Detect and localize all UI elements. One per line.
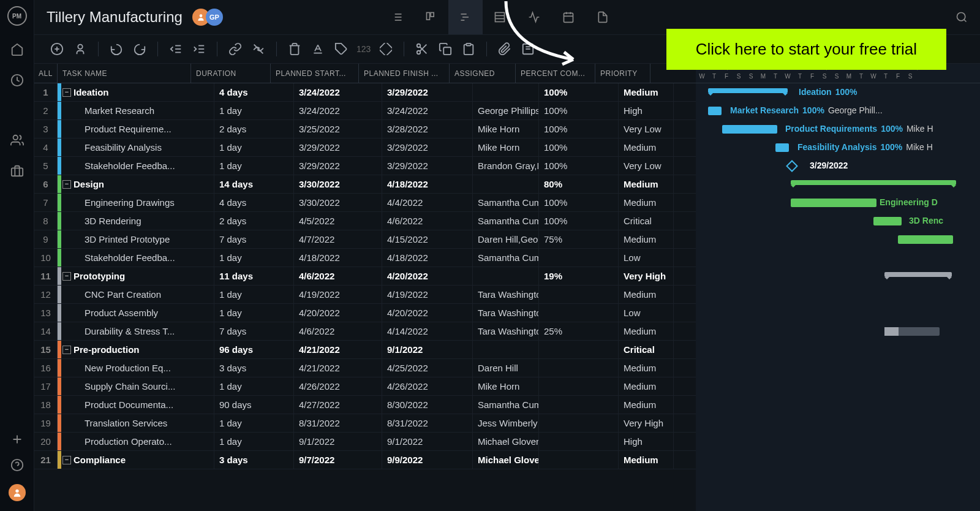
priority-cell[interactable]: Low [619, 249, 674, 267]
percent-cell[interactable]: 100% [539, 194, 619, 211]
tab-board[interactable] [414, 0, 448, 34]
priority-cell[interactable]: Critical [619, 212, 674, 230]
task-name-cell[interactable]: Supply Chain Sourci... [61, 377, 214, 395]
text-format-icon[interactable] [307, 39, 328, 59]
gantt-row[interactable] [696, 249, 980, 267]
task-row[interactable]: 11−Prototyping11 days4/6/20224/20/202219… [34, 267, 696, 286]
task-name-cell[interactable]: Product Assembly [61, 304, 214, 322]
task-name-cell[interactable]: New Production Eq... [61, 359, 214, 377]
gantt-row[interactable] [696, 267, 980, 286]
duration-cell[interactable]: 4 days [214, 83, 294, 101]
task-row[interactable]: 1−Ideation4 days3/24/20223/29/2022100%Me… [34, 83, 696, 102]
task-name-cell[interactable]: −Design [61, 175, 214, 193]
task-row[interactable]: 18Product Documenta...90 days4/27/20228/… [34, 396, 696, 414]
finish-cell[interactable]: 4/20/2022 [382, 304, 473, 322]
gantt-chart[interactable]: , 20 '22MAR, 27 '22APR, 3 '22 WTFSSMTWTF… [696, 64, 980, 511]
assigned-cell[interactable]: Tara Washingto [473, 286, 539, 303]
finish-cell[interactable]: 4/26/2022 [382, 377, 473, 395]
duration-cell[interactable]: 1 day [214, 433, 294, 450]
finish-cell[interactable]: 8/30/2022 [382, 396, 473, 414]
gantt-row[interactable] [696, 341, 980, 359]
cut-icon[interactable] [412, 39, 432, 59]
collapse-icon[interactable]: − [62, 272, 71, 281]
start-cell[interactable]: 8/31/2022 [294, 414, 382, 432]
gantt-row[interactable] [696, 286, 980, 304]
assigned-cell[interactable] [473, 175, 539, 193]
duration-cell[interactable]: 4 days [214, 194, 294, 211]
finish-cell[interactable]: 4/6/2022 [382, 212, 473, 230]
duration-cell[interactable]: 1 day [214, 377, 294, 395]
start-cell[interactable]: 9/7/2022 [294, 451, 382, 469]
duration-cell[interactable]: 1 day [214, 249, 294, 267]
paste-icon[interactable] [458, 39, 479, 59]
start-cell[interactable]: 3/24/2022 [294, 83, 382, 101]
priority-cell[interactable]: Critical [619, 341, 674, 358]
percent-cell[interactable]: 19% [539, 267, 619, 285]
start-cell[interactable]: 3/30/2022 [294, 175, 382, 193]
task-name-cell[interactable]: CNC Part Creation [61, 286, 214, 303]
tab-gantt[interactable] [448, 0, 483, 34]
duration-cell[interactable]: 14 days [214, 175, 294, 193]
user-avatar[interactable] [9, 484, 26, 501]
start-cell[interactable]: 4/5/2022 [294, 212, 382, 230]
priority-cell[interactable]: Very High [619, 267, 674, 285]
assigned-cell[interactable]: Mike Horn [473, 120, 539, 138]
task-row[interactable]: 19Translation Services1 day8/31/20228/31… [34, 414, 696, 433]
assigned-cell[interactable]: Michael Glover [473, 433, 539, 450]
task-name-cell[interactable]: −Prototyping [61, 267, 214, 285]
gantt-row[interactable]: 3D Renc [696, 212, 980, 230]
task-row[interactable]: 14Durability & Stress T...7 days4/6/2022… [34, 322, 696, 341]
task-row[interactable]: 7Engineering Drawings4 days3/30/20224/4/… [34, 194, 696, 212]
priority-cell[interactable]: Medium [619, 286, 674, 303]
duration-cell[interactable]: 2 days [214, 212, 294, 230]
finish-cell[interactable]: 4/25/2022 [382, 359, 473, 377]
task-name-cell[interactable]: 3D Rendering [61, 212, 214, 230]
tab-files[interactable] [586, 0, 620, 34]
task-name-cell[interactable]: Stakeholder Feedba... [61, 249, 214, 267]
assigned-cell[interactable]: Tara Washingto [473, 304, 539, 322]
finish-cell[interactable]: 3/29/2022 [382, 157, 473, 175]
gantt-bar[interactable] [775, 143, 789, 152]
priority-cell[interactable]: Low [619, 304, 674, 322]
priority-cell[interactable]: Medium [619, 451, 674, 469]
start-cell[interactable]: 4/7/2022 [294, 230, 382, 248]
finish-cell[interactable]: 9/9/2022 [382, 451, 473, 469]
assigned-cell[interactable]: Jess Wimberly [473, 414, 539, 432]
task-name-cell[interactable]: Market Research [61, 102, 214, 119]
duration-cell[interactable]: 1 day [214, 102, 294, 119]
gantt-row[interactable]: Engineering D [696, 194, 980, 212]
task-name-cell[interactable]: −Pre-production [61, 341, 214, 358]
start-cell[interactable]: 3/24/2022 [294, 102, 382, 119]
unlink-icon[interactable] [248, 39, 269, 59]
task-name-cell[interactable]: Production Operato... [61, 433, 214, 450]
priority-cell[interactable]: Medium [619, 138, 674, 156]
task-row[interactable]: 13Product Assembly1 day4/20/20224/20/202… [34, 304, 696, 322]
duration-cell[interactable]: 7 days [214, 230, 294, 248]
grid-body[interactable]: 1−Ideation4 days3/24/20223/29/2022100%Me… [34, 83, 696, 511]
finish-cell[interactable]: 4/4/2022 [382, 194, 473, 211]
help-icon[interactable] [10, 458, 24, 472]
percent-cell[interactable] [539, 396, 619, 414]
undo-icon[interactable] [106, 39, 127, 59]
finish-cell[interactable]: 4/15/2022 [382, 230, 473, 248]
gantt-bar[interactable] [898, 235, 953, 244]
finish-cell[interactable]: 4/18/2022 [382, 249, 473, 267]
cta-banner[interactable]: Click here to start your free trial [666, 29, 946, 70]
percent-cell[interactable]: 80% [539, 175, 619, 193]
gantt-bar[interactable] [708, 88, 788, 93]
assigned-cell[interactable]: Daren Hill [473, 359, 539, 377]
gantt-row[interactable] [696, 359, 980, 377]
priority-cell[interactable]: Medium [619, 175, 674, 193]
finish-cell[interactable]: 4/20/2022 [382, 267, 473, 285]
gantt-row[interactable] [696, 451, 980, 469]
start-cell[interactable]: 9/1/2022 [294, 433, 382, 450]
gantt-row[interactable]: Product Requirements100%Mike H [696, 120, 980, 138]
gantt-bar[interactable] [722, 125, 777, 134]
search-icon[interactable] [956, 11, 968, 23]
percent-cell[interactable] [539, 377, 619, 395]
task-row[interactable]: 16New Production Eq...3 days4/21/20224/2… [34, 359, 696, 377]
col-task-name[interactable]: TASK NAME [58, 64, 191, 83]
duration-cell[interactable]: 7 days [214, 322, 294, 340]
priority-cell[interactable]: Medium [619, 396, 674, 414]
task-name-cell[interactable]: Product Requireme... [61, 120, 214, 138]
